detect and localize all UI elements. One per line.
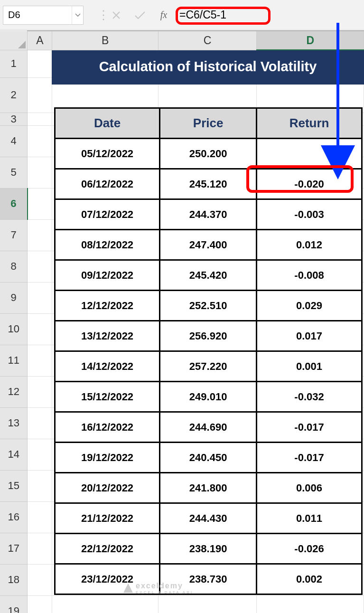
row-header-2[interactable]: 2 xyxy=(0,77,28,113)
cell-date[interactable]: 22/12/2022 xyxy=(55,534,160,564)
cell-return[interactable]: -0.008 xyxy=(257,260,362,291)
cell-A3[interactable] xyxy=(28,113,52,125)
cell-price[interactable]: 252.510 xyxy=(160,291,257,321)
cell-A14[interactable] xyxy=(28,439,52,470)
select-all-corner[interactable] xyxy=(0,31,28,50)
cell-date[interactable]: 05/12/2022 xyxy=(55,139,160,169)
row-header-14[interactable]: 14 xyxy=(0,439,28,470)
cell-A19[interactable] xyxy=(28,595,52,613)
cell-return[interactable]: -0.032 xyxy=(257,382,362,412)
cell-price[interactable]: 244.430 xyxy=(160,503,257,534)
col-header-D[interactable]: D xyxy=(257,31,364,50)
cell-return[interactable]: -0.026 xyxy=(257,534,362,564)
cell-date[interactable]: 19/12/2022 xyxy=(55,443,160,473)
cell-date[interactable]: 15/12/2022 xyxy=(55,382,160,412)
cell-date[interactable]: 21/12/2022 xyxy=(55,503,160,534)
cell-A1[interactable] xyxy=(28,50,52,77)
cell-date[interactable]: 12/12/2022 xyxy=(55,291,160,321)
row-header-11[interactable]: 11 xyxy=(0,345,28,376)
cell-date[interactable]: 06/12/2022 xyxy=(55,169,160,199)
cell-price[interactable]: 257.220 xyxy=(160,351,257,382)
cell-price[interactable]: 256.920 xyxy=(160,321,257,351)
cell-A6[interactable] xyxy=(28,188,52,219)
formula-input[interactable] xyxy=(176,7,280,23)
cell-date[interactable]: 07/12/2022 xyxy=(55,199,160,230)
cell-A2[interactable] xyxy=(28,77,52,113)
cell-price[interactable]: 245.120 xyxy=(160,169,257,199)
cell-date[interactable]: 20/12/2022 xyxy=(55,473,160,503)
cell-return[interactable]: 0.017 xyxy=(257,321,362,351)
cell-date[interactable]: 16/12/2022 xyxy=(55,412,160,443)
row-header-1[interactable]: 1 xyxy=(0,50,28,77)
cell-A9[interactable] xyxy=(28,282,52,313)
cell-A7[interactable] xyxy=(28,219,52,251)
cell-A5[interactable] xyxy=(28,157,52,188)
name-box[interactable] xyxy=(3,8,60,22)
cell-date[interactable]: 09/12/2022 xyxy=(55,260,160,291)
cell-A13[interactable] xyxy=(28,407,52,439)
cell-return[interactable]: -0.017 xyxy=(257,443,362,473)
cell-price[interactable]: 250.200 xyxy=(160,139,257,169)
row-header-17[interactable]: 17 xyxy=(0,533,28,564)
row-header-15[interactable]: 15 xyxy=(0,470,28,501)
cell-D19[interactable] xyxy=(257,595,364,613)
cell-return[interactable]: 0.029 xyxy=(257,291,362,321)
col-header-B[interactable]: B xyxy=(52,31,159,50)
row-header-18[interactable]: 18 xyxy=(0,564,28,595)
cell-return[interactable]: -0.003 xyxy=(257,199,362,230)
cell-price[interactable]: 240.450 xyxy=(160,443,257,473)
cell-return[interactable]: 0.006 xyxy=(257,473,362,503)
cell-date[interactable]: 08/12/2022 xyxy=(55,230,160,260)
row-header-19[interactable]: 19 xyxy=(0,595,28,613)
row-header-9[interactable]: 9 xyxy=(0,282,28,313)
cell-price[interactable]: 245.420 xyxy=(160,260,257,291)
cell-price[interactable]: 238.190 xyxy=(160,534,257,564)
cell-return[interactable]: -0.017 xyxy=(257,412,362,443)
cell-price[interactable]: 238.730 xyxy=(160,564,257,594)
cell-date[interactable]: 13/12/2022 xyxy=(55,321,160,351)
row-header-5[interactable]: 5 xyxy=(0,157,28,188)
cell-price[interactable]: 244.370 xyxy=(160,199,257,230)
cell-date[interactable]: 23/12/2022 xyxy=(55,564,160,594)
cell-A11[interactable] xyxy=(28,345,52,376)
cell-price[interactable]: 241.800 xyxy=(160,473,257,503)
cell-A17[interactable] xyxy=(28,533,52,564)
col-header-C[interactable]: C xyxy=(158,31,257,50)
row-header-16[interactable]: 16 xyxy=(0,501,28,533)
row-header-7[interactable]: 7 xyxy=(0,219,28,251)
cell-A15[interactable] xyxy=(28,470,52,501)
row-header-4[interactable]: 4 xyxy=(0,125,28,157)
cell-A16[interactable] xyxy=(28,501,52,533)
row-header-12[interactable]: 12 xyxy=(0,376,28,407)
row-header-8[interactable]: 8 xyxy=(0,251,28,282)
cell-price[interactable]: 244.690 xyxy=(160,412,257,443)
enter-button[interactable] xyxy=(128,6,152,25)
cell-return[interactable]: 0.002 xyxy=(257,564,362,594)
cell-A4[interactable] xyxy=(28,125,52,157)
cell-C19[interactable] xyxy=(158,595,257,613)
cell-B19[interactable] xyxy=(52,595,159,613)
row-header-13[interactable]: 13 xyxy=(0,407,28,439)
cell-return[interactable]: -0.020 xyxy=(257,169,362,199)
table-row: 09/12/2022245.420-0.008 xyxy=(55,260,362,291)
cell-price[interactable]: 247.400 xyxy=(160,230,257,260)
col-header-A[interactable]: A xyxy=(28,31,52,50)
cancel-button[interactable] xyxy=(104,6,128,25)
cell-return[interactable]: 0.012 xyxy=(257,230,362,260)
cell-A10[interactable] xyxy=(28,313,52,345)
table-row: 07/12/2022244.370-0.003 xyxy=(55,199,362,230)
cell-A12[interactable] xyxy=(28,376,52,407)
row-header-6[interactable]: 6 xyxy=(0,188,28,219)
fx-label[interactable]: fx xyxy=(152,9,176,20)
cell-price[interactable]: 249.010 xyxy=(160,382,257,412)
cell-A18[interactable] xyxy=(28,564,52,595)
row-header-3[interactable]: 3 xyxy=(0,113,28,125)
row-header-10[interactable]: 10 xyxy=(0,313,28,345)
cell-return[interactable]: 0.011 xyxy=(257,503,362,534)
cell-return[interactable]: 0.001 xyxy=(257,351,362,382)
cell-date[interactable]: 14/12/2022 xyxy=(55,351,160,382)
name-box-dropdown[interactable] xyxy=(72,6,83,24)
cell-return[interactable] xyxy=(257,139,362,169)
cell-A8[interactable] xyxy=(28,251,52,282)
header-return: Return xyxy=(257,108,362,139)
